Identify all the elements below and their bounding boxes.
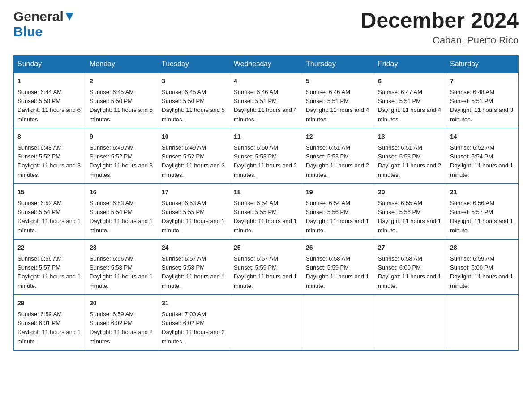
col-thursday: Thursday bbox=[302, 55, 374, 73]
day-number: 29 bbox=[17, 299, 82, 308]
table-row: 28Sunrise: 6:59 AMSunset: 6:00 PMDayligh… bbox=[446, 239, 519, 295]
day-info: Sunrise: 6:45 AMSunset: 5:50 PMDaylight:… bbox=[90, 89, 153, 123]
day-info: Sunrise: 6:48 AMSunset: 5:51 PMDaylight:… bbox=[450, 89, 513, 123]
table-row: 30Sunrise: 6:59 AMSunset: 6:02 PMDayligh… bbox=[86, 295, 158, 350]
day-number: 12 bbox=[306, 132, 370, 141]
day-info: Sunrise: 6:56 AMSunset: 5:57 PMDaylight:… bbox=[450, 200, 513, 234]
day-number: 5 bbox=[306, 77, 370, 86]
calendar-subtitle: Caban, Puerto Rico bbox=[361, 34, 519, 46]
day-info: Sunrise: 6:52 AMSunset: 5:54 PMDaylight:… bbox=[17, 200, 81, 234]
day-info: Sunrise: 6:46 AMSunset: 5:51 PMDaylight:… bbox=[306, 89, 369, 123]
table-row: 27Sunrise: 6:58 AMSunset: 6:00 PMDayligh… bbox=[374, 239, 446, 295]
day-info: Sunrise: 6:44 AMSunset: 5:50 PMDaylight:… bbox=[17, 89, 81, 123]
day-number: 30 bbox=[90, 299, 154, 308]
table-row: 17Sunrise: 6:53 AMSunset: 5:55 PMDayligh… bbox=[158, 184, 230, 239]
col-friday: Friday bbox=[374, 55, 446, 73]
day-info: Sunrise: 6:54 AMSunset: 5:55 PMDaylight:… bbox=[234, 200, 297, 234]
calendar-title-block: December 2024 Caban, Puerto Rico bbox=[361, 9, 519, 46]
day-info: Sunrise: 6:51 AMSunset: 5:53 PMDaylight:… bbox=[306, 144, 369, 178]
logo-blue-text: Blue bbox=[13, 24, 43, 39]
day-info: Sunrise: 6:47 AMSunset: 5:51 PMDaylight:… bbox=[378, 89, 441, 123]
table-row: 6Sunrise: 6:47 AMSunset: 5:51 PMDaylight… bbox=[374, 73, 446, 128]
table-row bbox=[230, 295, 302, 350]
day-number: 18 bbox=[234, 188, 298, 197]
day-info: Sunrise: 6:53 AMSunset: 5:55 PMDaylight:… bbox=[162, 200, 225, 234]
table-row: 4Sunrise: 6:46 AMSunset: 5:51 PMDaylight… bbox=[230, 73, 302, 128]
table-row: 8Sunrise: 6:48 AMSunset: 5:52 PMDaylight… bbox=[14, 128, 86, 184]
page-header: General Blue December 2024 Caban, Puerto… bbox=[13, 9, 519, 46]
col-monday: Monday bbox=[86, 55, 158, 73]
day-number: 15 bbox=[17, 188, 82, 197]
day-number: 28 bbox=[450, 243, 515, 253]
calendar-title: December 2024 bbox=[361, 9, 519, 33]
day-info: Sunrise: 6:48 AMSunset: 5:52 PMDaylight:… bbox=[17, 144, 81, 178]
calendar-week-2: 8Sunrise: 6:48 AMSunset: 5:52 PMDaylight… bbox=[14, 128, 519, 184]
table-row: 15Sunrise: 6:52 AMSunset: 5:54 PMDayligh… bbox=[14, 184, 86, 239]
day-info: Sunrise: 6:52 AMSunset: 5:54 PMDaylight:… bbox=[450, 144, 513, 178]
day-info: Sunrise: 6:46 AMSunset: 5:51 PMDaylight:… bbox=[234, 89, 297, 123]
table-row: 11Sunrise: 6:50 AMSunset: 5:53 PMDayligh… bbox=[230, 128, 302, 184]
table-row: 9Sunrise: 6:49 AMSunset: 5:52 PMDaylight… bbox=[86, 128, 158, 184]
calendar-week-4: 22Sunrise: 6:56 AMSunset: 5:57 PMDayligh… bbox=[14, 239, 519, 295]
day-info: Sunrise: 6:57 AMSunset: 5:58 PMDaylight:… bbox=[162, 255, 225, 289]
day-number: 6 bbox=[378, 77, 442, 86]
day-number: 9 bbox=[90, 132, 154, 141]
day-info: Sunrise: 6:56 AMSunset: 5:58 PMDaylight:… bbox=[90, 255, 153, 289]
day-number: 25 bbox=[234, 243, 298, 253]
col-saturday: Saturday bbox=[446, 55, 519, 73]
table-row: 22Sunrise: 6:56 AMSunset: 5:57 PMDayligh… bbox=[14, 239, 86, 295]
table-row: 21Sunrise: 6:56 AMSunset: 5:57 PMDayligh… bbox=[446, 184, 519, 239]
day-number: 7 bbox=[450, 77, 515, 86]
day-number: 1 bbox=[17, 77, 82, 86]
table-row: 31Sunrise: 7:00 AMSunset: 6:02 PMDayligh… bbox=[158, 295, 230, 350]
calendar-week-1: 1Sunrise: 6:44 AMSunset: 5:50 PMDaylight… bbox=[14, 73, 519, 128]
day-info: Sunrise: 6:49 AMSunset: 5:52 PMDaylight:… bbox=[162, 144, 225, 178]
table-row: 1Sunrise: 6:44 AMSunset: 5:50 PMDaylight… bbox=[14, 73, 86, 128]
day-number: 14 bbox=[450, 132, 515, 141]
day-info: Sunrise: 6:45 AMSunset: 5:50 PMDaylight:… bbox=[162, 89, 225, 123]
col-tuesday: Tuesday bbox=[158, 55, 230, 73]
table-row: 29Sunrise: 6:59 AMSunset: 6:01 PMDayligh… bbox=[14, 295, 86, 350]
day-number: 23 bbox=[90, 243, 154, 253]
day-info: Sunrise: 6:57 AMSunset: 5:59 PMDaylight:… bbox=[234, 255, 297, 289]
day-number: 20 bbox=[378, 188, 442, 197]
day-number: 27 bbox=[378, 243, 442, 253]
day-number: 31 bbox=[162, 299, 226, 308]
col-sunday: Sunday bbox=[14, 55, 86, 73]
table-row: 19Sunrise: 6:54 AMSunset: 5:56 PMDayligh… bbox=[302, 184, 374, 239]
day-number: 16 bbox=[90, 188, 154, 197]
table-row bbox=[374, 295, 446, 350]
day-number: 26 bbox=[306, 243, 370, 253]
svg-marker-0 bbox=[65, 13, 73, 21]
table-row: 5Sunrise: 6:46 AMSunset: 5:51 PMDaylight… bbox=[302, 73, 374, 128]
table-row: 3Sunrise: 6:45 AMSunset: 5:50 PMDaylight… bbox=[158, 73, 230, 128]
day-info: Sunrise: 6:59 AMSunset: 6:02 PMDaylight:… bbox=[90, 311, 153, 345]
logo: General Blue bbox=[13, 9, 73, 39]
day-number: 11 bbox=[234, 132, 298, 141]
day-info: Sunrise: 6:58 AMSunset: 6:00 PMDaylight:… bbox=[378, 255, 441, 289]
day-number: 2 bbox=[90, 77, 154, 86]
day-number: 24 bbox=[162, 243, 226, 253]
day-number: 3 bbox=[162, 77, 226, 86]
logo-arrow-icon bbox=[65, 13, 73, 22]
day-info: Sunrise: 6:51 AMSunset: 5:53 PMDaylight:… bbox=[378, 144, 441, 178]
table-row: 16Sunrise: 6:53 AMSunset: 5:54 PMDayligh… bbox=[86, 184, 158, 239]
day-number: 22 bbox=[17, 243, 82, 253]
day-info: Sunrise: 7:00 AMSunset: 6:02 PMDaylight:… bbox=[162, 311, 225, 345]
table-row: 18Sunrise: 6:54 AMSunset: 5:55 PMDayligh… bbox=[230, 184, 302, 239]
table-row: 20Sunrise: 6:55 AMSunset: 5:56 PMDayligh… bbox=[374, 184, 446, 239]
table-row: 12Sunrise: 6:51 AMSunset: 5:53 PMDayligh… bbox=[302, 128, 374, 184]
header-row: Sunday Monday Tuesday Wednesday Thursday… bbox=[14, 55, 519, 73]
table-row: 24Sunrise: 6:57 AMSunset: 5:58 PMDayligh… bbox=[158, 239, 230, 295]
day-number: 10 bbox=[162, 132, 226, 141]
day-number: 17 bbox=[162, 188, 226, 197]
day-info: Sunrise: 6:54 AMSunset: 5:56 PMDaylight:… bbox=[306, 200, 369, 234]
table-row: 7Sunrise: 6:48 AMSunset: 5:51 PMDaylight… bbox=[446, 73, 519, 128]
table-row: 25Sunrise: 6:57 AMSunset: 5:59 PMDayligh… bbox=[230, 239, 302, 295]
day-info: Sunrise: 6:49 AMSunset: 5:52 PMDaylight:… bbox=[90, 144, 153, 178]
calendar-header: Sunday Monday Tuesday Wednesday Thursday… bbox=[14, 55, 519, 73]
day-info: Sunrise: 6:59 AMSunset: 6:00 PMDaylight:… bbox=[450, 255, 513, 289]
table-row: 13Sunrise: 6:51 AMSunset: 5:53 PMDayligh… bbox=[374, 128, 446, 184]
day-number: 4 bbox=[234, 77, 298, 86]
table-row bbox=[446, 295, 519, 350]
